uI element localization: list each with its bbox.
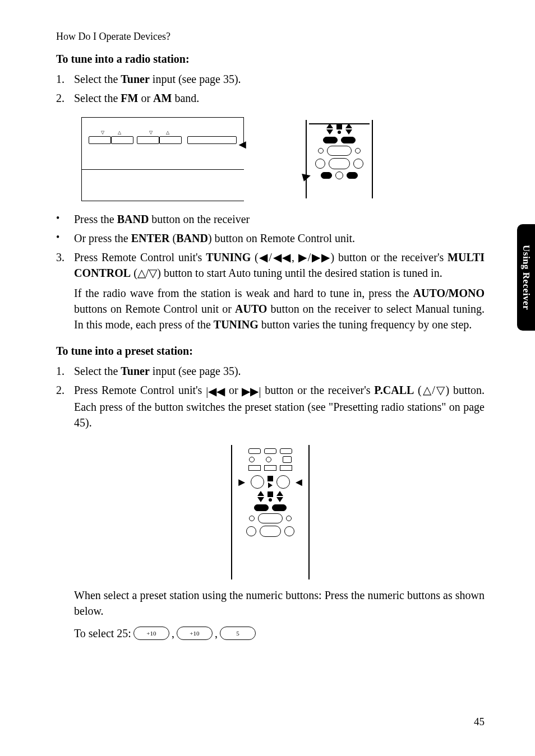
text: If the radio wave from the station is we… — [74, 287, 413, 299]
side-tab: Using Receiver — [517, 224, 535, 331]
text: ) button on Remote Control unit. — [208, 232, 355, 244]
bold-text: BAND — [176, 232, 208, 244]
remote-control-diagram-large: ► ◄ — [231, 445, 310, 579]
bold-text: BAND — [117, 213, 149, 225]
text: or — [138, 92, 153, 104]
text: buttons on Remote Control unit or — [74, 303, 235, 315]
side-tab-label: Using Receiver — [520, 245, 532, 310]
text: To select 25: — [74, 627, 131, 640]
pointer-arrow-icon: ◄ — [236, 137, 248, 152]
list-item: • Press the BAND button on the receiver — [56, 211, 485, 227]
section-b-heading: To tune into a preset station: — [56, 345, 485, 358]
pointer-arrow-icon: ► — [236, 476, 247, 489]
text: , — [215, 627, 218, 640]
bold-text: AUTO/MONO — [413, 287, 485, 299]
item-content: Press the BAND button on the receiver — [74, 211, 485, 227]
text: Or press the — [74, 232, 131, 244]
numeric-button-plus10: +10 — [177, 627, 213, 640]
text: Press Remote Control unit's — [74, 251, 206, 263]
text: , — [172, 627, 174, 640]
figures-row: ▽△ ▽△ ◄ ► — [81, 117, 485, 201]
item-number: 1. — [56, 363, 74, 379]
text: input (see page 35). — [150, 73, 241, 85]
text: button or the receiver's — [261, 384, 374, 396]
pointer-arrow-icon: ► — [298, 167, 315, 185]
bold-text: AUTO — [235, 303, 267, 315]
text: input (see page 35). — [150, 365, 241, 377]
text: ( — [170, 232, 177, 244]
bold-text: FM — [121, 92, 138, 104]
list-item: 2. Select the FM or AM band. — [56, 90, 485, 106]
list-item: 2. Press Remote Control unit's |◀◀ or ▶▶… — [56, 382, 485, 430]
bold-text: TUNING — [206, 251, 251, 263]
item-content: Select the FM or AM band. — [74, 90, 485, 106]
item-content: Press Remote Control unit's |◀◀ or ▶▶| b… — [74, 382, 485, 430]
bold-text: TUNING — [214, 318, 259, 331]
remote-control-diagram: ► — [306, 120, 373, 198]
text: Select the — [74, 365, 121, 377]
numeric-button-5: 5 — [220, 627, 256, 640]
select-example: To select 25: +10, +10, 5 — [74, 627, 485, 640]
pointer-arrow-icon: ◄ — [293, 476, 305, 489]
item-number: 1. — [56, 71, 74, 87]
item-content: Select the Tuner input (see page 35). — [74, 363, 485, 379]
item-number: 2. — [56, 90, 74, 106]
item-content: Select the Tuner input (see page 35). — [74, 71, 485, 87]
triangle-labels: ▽△ — [101, 130, 121, 135]
text: button on the receiver — [149, 213, 250, 225]
item-number: 3. — [56, 249, 74, 281]
paragraph: If the radio wave from the station is we… — [74, 285, 485, 332]
item-number: 2. — [56, 382, 74, 430]
bullet-icon: • — [56, 230, 74, 246]
text: button varies the tuning frequency by on… — [259, 318, 472, 331]
skip-prev-icon: |◀◀ — [206, 383, 225, 399]
bullet-icon: • — [56, 211, 74, 227]
text: band. — [172, 92, 199, 104]
text: Press Remote Control unit's — [74, 384, 206, 396]
text: Press the — [74, 213, 117, 225]
list-item: • Or press the ENTER (BAND) button on Re… — [56, 230, 485, 246]
text: Select the — [74, 73, 121, 85]
bold-text: AM — [153, 92, 172, 104]
receiver-panel-top: ▽△ ▽△ — [82, 117, 244, 147]
remote-figure-center: ► ◄ — [56, 434, 485, 585]
bold-text: Tuner — [121, 73, 150, 85]
receiver-diagram: ▽△ ▽△ ◄ — [81, 117, 244, 201]
triangle-labels: ▽△ — [149, 130, 169, 135]
section-a-heading: To tune into a radio station: — [56, 53, 485, 66]
item-content: Or press the ENTER (BAND) button on Remo… — [74, 230, 485, 246]
item-content: Press Remote Control unit's TUNING (◀/◀◀… — [74, 249, 485, 281]
list-item: 3. Press Remote Control unit's TUNING (◀… — [56, 249, 485, 281]
bold-text: P.CALL — [374, 384, 414, 396]
paragraph: When select a preset station using the n… — [74, 587, 485, 619]
numeric-button-plus10: +10 — [133, 627, 169, 640]
text: (◀/◀◀, ▶/▶▶) button or the receiver's — [251, 251, 448, 263]
list-item: 1. Select the Tuner input (see page 35). — [56, 71, 485, 87]
skip-next-icon: ▶▶| — [242, 383, 261, 399]
bold-text: Tuner — [121, 365, 150, 377]
page-number: 45 — [474, 716, 485, 728]
list-item: 1. Select the Tuner input (see page 35). — [56, 363, 485, 379]
bold-text: ENTER — [131, 232, 170, 244]
text: (△/▽) button to start Auto tuning until … — [131, 267, 442, 279]
page-header: How Do I Operate Devices? — [56, 31, 485, 43]
text: Select the — [74, 92, 121, 104]
